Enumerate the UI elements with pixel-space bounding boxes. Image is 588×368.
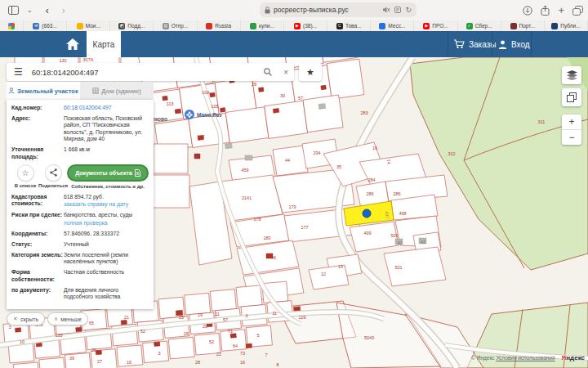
share-button[interactable]: Поделиться [39, 164, 67, 189]
bookmark-label: (663... [42, 23, 56, 29]
bookmark-item[interactable]: Russia [198, 20, 241, 31]
search-icon[interactable] [258, 68, 278, 76]
panel-field: Форма собственности:Частная собственност… [11, 269, 149, 283]
bookmark-label: Това... [345, 23, 362, 29]
tab-house[interactable]: Дом (здание) [80, 82, 154, 100]
parcel-number: 73 [240, 351, 245, 356]
collapse-panel-button[interactable]: ∧ меньше [47, 312, 88, 325]
panel-link[interactable]: полная проверка [64, 220, 149, 227]
favorite-button[interactable]: ★ [299, 63, 322, 81]
building-icon [92, 88, 99, 94]
parcel-icon [8, 88, 15, 94]
parcel-number: 103 [166, 101, 173, 106]
new-tab-icon[interactable]: + [558, 4, 564, 16]
parcel-number: 459 [241, 168, 248, 173]
measure-button[interactable] [562, 88, 581, 106]
address-bar[interactable]: росреестр-выписка.рус ↻ [260, 2, 416, 17]
parcel-number: 11 [215, 312, 220, 316]
bookmark-item[interactable]: ✉(663... [24, 20, 67, 31]
bookmark-item[interactable]: CТова... [327, 20, 371, 31]
tab-map[interactable]: Карта [87, 31, 121, 57]
bookmark-item[interactable]: Порт... [501, 20, 545, 31]
parcel-number: 11 [272, 311, 277, 316]
back-icon[interactable]: ‹ [46, 5, 49, 16]
bookmark-item[interactable]: Мои... [67, 20, 110, 31]
tabs-icon[interactable] [572, 6, 583, 16]
parcel-number: 42 [421, 240, 425, 245]
chevron-down-icon[interactable]: ⌄ [27, 7, 33, 14]
bookmark-label: Месс... [388, 23, 405, 29]
reload-icon[interactable]: ↻ [405, 6, 412, 14]
bookmark-label: Мои... [86, 23, 100, 29]
parcel-number: 10А [202, 90, 210, 95]
parcel-number: 105 [211, 104, 218, 109]
overlap-icon [567, 92, 577, 102]
parcel-number: 57 [298, 96, 303, 101]
parcel-number: 40 [397, 240, 402, 245]
bookmark-item[interactable]: ▶ПРО... [414, 20, 457, 31]
zoom-out-button[interactable]: − [562, 130, 581, 145]
bookmarks-bar: ✉(663...Мои...◩Подд...▥Отпр...Russiaкупи… [0, 20, 588, 32]
share-icon[interactable] [541, 5, 550, 16]
bookmark-favicon: ▶ [423, 23, 430, 29]
bookmark-favicon: ▶ [294, 23, 301, 29]
translate-icon[interactable] [394, 7, 401, 13]
parcel-number: 3 [8, 325, 11, 330]
parcel-number: 27 [97, 359, 102, 364]
bookmark-label: Отпр... [172, 23, 189, 29]
menu-icon[interactable]: ☰ [7, 66, 30, 78]
star-icon: ☆ [17, 164, 34, 182]
map-copyright: © Яндекс Условия использования [471, 355, 555, 361]
forward-icon[interactable]: › [62, 5, 65, 16]
login-button[interactable]: Вход [498, 31, 530, 57]
tab-land-parcel[interactable]: Земельный участок [7, 82, 80, 100]
bookmark-item[interactable]: ✓Сбер... [458, 20, 501, 31]
orders-button[interactable]: Заказы [454, 31, 496, 57]
panel-link[interactable]: заказать справку на дату [64, 201, 149, 208]
bookmark-item[interactable]: ◩Подд... [110, 20, 154, 31]
panel-field: Координаты:57.846096, 28.333372 [11, 231, 149, 237]
parcel-number: 39 [69, 356, 74, 361]
chevron-up-icon: ∧ [54, 316, 58, 322]
user-icon [498, 40, 507, 49]
clear-search-icon[interactable]: × [278, 68, 294, 77]
layers-button[interactable] [562, 66, 581, 84]
parcel-number: 21 [124, 315, 129, 320]
bookmark-item[interactable] [0, 20, 24, 31]
add-to-list-button[interactable]: ☆ В список [11, 164, 39, 189]
site-navbar: Карта Заказы Вход [0, 31, 588, 57]
downloads-icon[interactable] [523, 6, 532, 16]
parcel-number: 499 [363, 231, 371, 236]
bookmark-item[interactable]: ▶(38)... [284, 20, 327, 31]
parcel-number: 284 [368, 177, 375, 182]
parcel-number: 312 [448, 151, 455, 156]
close-icon: ✕ [13, 316, 18, 322]
mute-icon[interactable] [383, 7, 390, 13]
bookmark-item[interactable]: Месс... [371, 20, 414, 31]
parcel-number: 307А [83, 57, 94, 62]
parcel-number: 5043 [364, 335, 374, 340]
parcel-number: 16 [240, 360, 245, 365]
bookmark-item[interactable]: купи... [241, 20, 284, 31]
poi-label: Мама Роз [197, 112, 222, 118]
home-button[interactable] [59, 31, 87, 57]
map-canvas[interactable]: 130307А27814629305710А103105106172283167… [0, 57, 588, 368]
bookmark-favicon [250, 23, 256, 29]
bookmark-favicon: ✉ [33, 23, 39, 29]
zoom-in-button[interactable]: + [562, 114, 581, 130]
parcel-number: 501 [394, 265, 402, 270]
parcel-number: 180 [263, 236, 270, 240]
search-input[interactable] [30, 67, 258, 78]
object-documents-button[interactable]: Документы объекта [67, 164, 149, 182]
bookmark-item[interactable]: ▥Отпр... [154, 20, 197, 31]
terms-link[interactable]: Условия использования [496, 355, 555, 361]
parcel-number: 497 [385, 211, 390, 219]
parcel-number: 44 [285, 158, 290, 163]
bookmark-item[interactable]: Публи... [545, 20, 588, 31]
map-search-bar[interactable]: ☰ × [7, 63, 294, 81]
parcel-number: 12 [321, 272, 326, 276]
sidebar-icon[interactable] [8, 6, 19, 15]
hide-panel-button[interactable]: ✕ скрыть [7, 312, 45, 325]
parcel-number: 5 [256, 333, 259, 338]
parcel-number: 29 [252, 82, 256, 87]
